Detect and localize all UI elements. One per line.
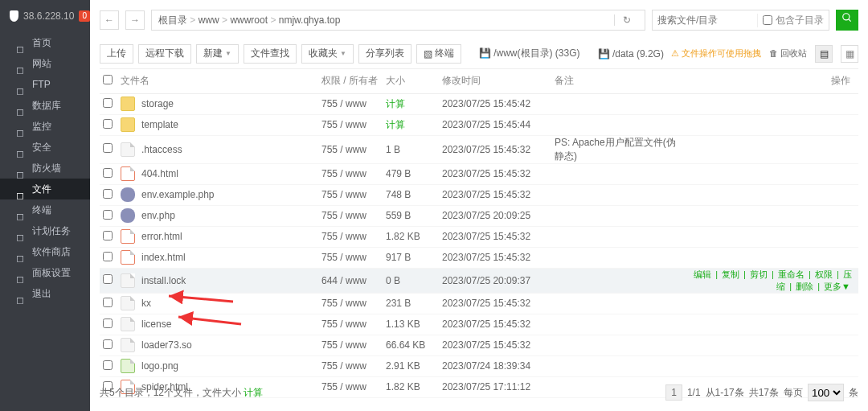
sidebar-item-网站[interactable]: ◻网站 [0,53,90,74]
page-current[interactable]: 1 [665,384,682,401]
perm[interactable]: 755 / www [318,114,383,135]
sidebar-item-文件[interactable]: ◻文件 [0,179,90,199]
row-actions[interactable] [682,335,858,356]
remote-dl-button[interactable]: 远程下载 [138,44,191,64]
crumb-0[interactable]: 根目录 [158,14,187,26]
row-checkbox[interactable] [103,319,113,328]
row-checkbox[interactable] [103,360,113,370]
file-name[interactable]: index.html [141,252,186,263]
row-checkbox[interactable] [103,189,113,199]
sidebar-item-计划任务[interactable]: ◻计划任务 [0,220,90,241]
table-row[interactable]: 404.html755 / www479 B2023/07/25 15:45:3… [100,163,858,184]
fav-button[interactable]: 收藏夹▼ [301,44,354,64]
notif-badge[interactable]: 0 [79,10,90,22]
crumb-1[interactable]: www [199,14,219,26]
row-actions[interactable] [682,247,858,268]
row-actions[interactable]: 编辑 | 复制 | 剪切 | 重命名 | 权限 | 压缩 | 删除 | 更多▼ [682,268,858,293]
row-actions[interactable] [682,314,858,335]
remark[interactable] [551,293,682,314]
col-size[interactable]: 大小 [383,69,439,93]
sidebar-item-面板设置[interactable]: ◻面板设置 [0,262,90,283]
row-actions[interactable] [682,114,858,135]
per-page-select[interactable]: 100 [808,384,844,401]
row-actions[interactable] [682,163,858,184]
row-checkbox[interactable] [103,252,113,261]
remark[interactable] [551,247,682,268]
file-name[interactable]: logo.png [141,360,178,372]
file-name[interactable]: storage [141,98,174,109]
perm[interactable]: 755 / www [318,93,383,114]
perm[interactable]: 755 / www [318,293,383,314]
sidebar-item-FTP[interactable]: ◻FTP [0,74,90,95]
perm[interactable]: 755 / www [318,135,383,163]
include-subdir[interactable]: 包含子目录 [757,14,829,27]
nav-back[interactable]: ← [100,10,119,30]
calc-size[interactable]: 计算 [244,387,263,398]
remark[interactable] [551,356,682,376]
remark[interactable] [551,184,682,205]
remark[interactable] [551,114,682,135]
perm[interactable]: 755 / www [318,184,383,205]
table-row[interactable]: storage755 / www计算2023/07/25 15:45:42 [100,93,858,114]
trash-button[interactable]: 🗑 回收站 [769,47,807,60]
remark[interactable] [551,163,682,184]
crumb-2[interactable]: wwwroot [230,14,268,26]
table-row[interactable]: logo.png755 / www2.91 KB2023/07/24 18:39… [100,356,858,376]
disk-1[interactable]: 💾 /www(根目录) (33G) [479,47,580,60]
row-actions[interactable] [682,226,858,247]
table-row[interactable]: kx755 / www231 B2023/07/25 15:45:32 [100,293,858,314]
nav-fwd[interactable]: → [125,10,145,30]
search-button[interactable] [836,10,858,31]
remark[interactable] [551,268,682,293]
file-name[interactable]: error.html [141,231,182,242]
list-view-icon[interactable]: ▤ [815,45,833,63]
table-row[interactable]: loader73.so755 / www66.64 KB2023/07/25 1… [100,335,858,356]
sidebar-item-监控[interactable]: ◻监控 [0,116,90,137]
perm[interactable]: 755 / www [318,163,383,184]
refresh-icon[interactable]: ↻ [614,14,638,26]
terminal-button[interactable]: ▧ 终端 [416,44,461,64]
row-checkbox[interactable] [103,274,113,284]
file-name[interactable]: template [141,119,178,130]
table-row[interactable]: env.php755 / www559 B2023/07/25 20:09:25 [100,205,858,226]
find-button[interactable]: 文件查找 [244,44,297,64]
col-mtime[interactable]: 修改时间 [439,69,551,93]
table-row[interactable]: .htaccess755 / www1 B2023/07/25 15:45:32… [100,135,858,163]
row-actions[interactable] [682,356,858,376]
share-button[interactable]: 分享列表 [358,44,411,64]
select-all[interactable] [103,75,113,84]
row-actions[interactable] [682,293,858,314]
sidebar-item-防火墙[interactable]: ◻防火墙 [0,158,90,179]
row-checkbox[interactable] [103,98,113,108]
file-name[interactable]: env.php [141,210,175,221]
perm[interactable]: 644 / www [318,268,383,293]
sidebar-item-终端[interactable]: ◻终端 [0,199,90,220]
row-checkbox[interactable] [103,339,113,349]
remark[interactable] [551,205,682,226]
row-checkbox[interactable] [103,210,113,220]
table-row[interactable]: error.html755 / www1.82 KB2023/07/25 15:… [100,226,858,247]
row-checkbox[interactable] [103,298,113,307]
row-checkbox[interactable] [103,231,113,240]
file-name[interactable]: kx [141,298,151,309]
row-checkbox[interactable] [103,119,113,129]
grid-view-icon[interactable]: ▦ [841,45,858,63]
remark[interactable] [551,93,682,114]
file-name[interactable]: license [141,319,171,330]
calc-size[interactable]: 计算 [386,98,405,109]
row-actions[interactable] [682,205,858,226]
crumb-3[interactable]: nmjw.qhya.top [279,14,341,26]
remark[interactable] [551,226,682,247]
perm[interactable]: 755 / www [318,314,383,335]
row-checkbox[interactable] [103,168,113,178]
col-remark[interactable]: 备注 [551,69,682,93]
row-checkbox[interactable] [103,143,113,153]
table-row[interactable]: install.lock644 / www0 B2023/07/25 20:09… [100,268,858,293]
sidebar-item-软件商店[interactable]: ◻软件商店 [0,241,90,262]
table-row[interactable]: template755 / www计算2023/07/25 15:45:44 [100,114,858,135]
sidebar-item-安全[interactable]: ◻安全 [0,137,90,158]
row-actions[interactable] [682,93,858,114]
perm[interactable]: 755 / www [318,247,383,268]
calc-size[interactable]: 计算 [386,119,405,130]
row-actions[interactable] [682,184,858,205]
